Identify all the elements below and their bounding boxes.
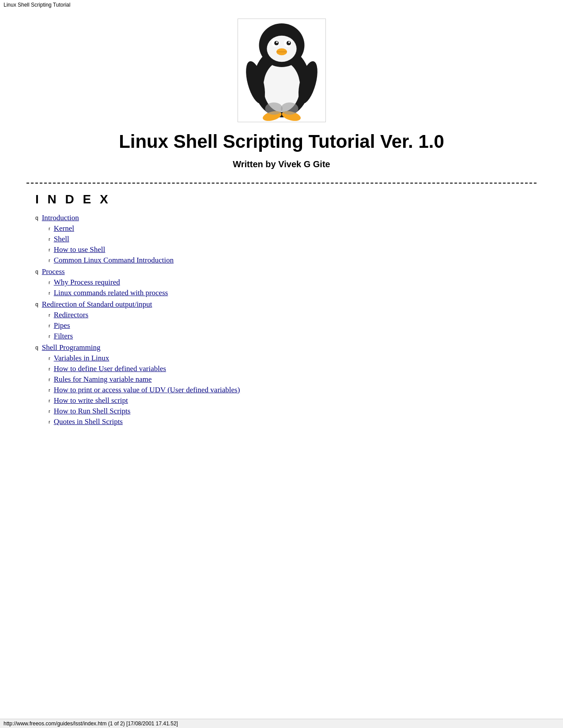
- toc-section-0: qIntroduction: [35, 214, 537, 222]
- toc-link-section-0[interactable]: Introduction: [42, 214, 79, 222]
- toc-link-3-3[interactable]: How to print or access value of UDV (Use…: [54, 386, 240, 394]
- toc-link-section-1[interactable]: Process: [42, 267, 65, 276]
- toc-sub-item-1-0: rWhy Process required: [49, 278, 537, 287]
- svg-point-16: [265, 102, 283, 115]
- toc-link-0-1[interactable]: Shell: [54, 235, 69, 244]
- toc-section-1: qProcess: [35, 267, 537, 276]
- bullet-icon: q: [35, 215, 38, 221]
- toc-sub-list-0: rKernelrShellrHow to use ShellrCommon Li…: [49, 224, 537, 265]
- toc-sub-item-3-5: rHow to Run Shell Scripts: [49, 407, 537, 416]
- toc-sub-item-2-1: rPipes: [49, 321, 537, 330]
- toc-sub-list-1: rWhy Process requiredrLinux commands rel…: [49, 278, 537, 297]
- toc-section-2: qRedirection of Standard output/input: [35, 300, 537, 309]
- toc-sub-item-3-1: rHow to define User defined variables: [49, 364, 537, 373]
- toc-sub-item-2-2: rFilters: [49, 332, 537, 341]
- svg-point-8: [276, 41, 278, 43]
- svg-point-9: [288, 41, 290, 43]
- toc-sub-item-0-3: rCommon Linux Command Introduction: [49, 256, 537, 265]
- toc-sub-item-3-3: rHow to print or access value of UDV (Us…: [49, 386, 537, 394]
- sub-bullet-icon: r: [49, 247, 50, 252]
- toc-link-2-2[interactable]: Filters: [54, 332, 73, 341]
- toc-link-1-1[interactable]: Linux commands related with process: [54, 289, 168, 297]
- toc-sub-list-2: rRedirectorsrPipesrFilters: [49, 311, 537, 341]
- toc-link-section-3[interactable]: Shell Programming: [42, 343, 101, 352]
- divider: [26, 183, 537, 184]
- sub-bullet-icon: r: [49, 226, 50, 231]
- toc-link-section-2[interactable]: Redirection of Standard output/input: [42, 300, 152, 309]
- tux-image: [26, 19, 537, 122]
- bullet-icon: q: [35, 345, 38, 351]
- toc-link-3-1[interactable]: How to define User defined variables: [54, 364, 166, 373]
- toc-sub-item-3-6: rQuotes in Shell Scripts: [49, 417, 537, 426]
- toc-link-0-0[interactable]: Kernel: [54, 224, 74, 233]
- toc-link-0-2[interactable]: How to use Shell: [54, 245, 106, 254]
- sub-bullet-icon: r: [49, 387, 50, 393]
- toc-sub-item-1-1: rLinux commands related with process: [49, 289, 537, 297]
- sub-bullet-icon: r: [49, 258, 50, 263]
- sub-bullet-icon: r: [49, 356, 50, 361]
- main-title: Linux Shell Scripting Tutorial Ver. 1.0: [26, 131, 537, 152]
- sub-bullet-icon: r: [49, 312, 50, 318]
- browser-title: Linux Shell Scripting Tutorial: [0, 0, 563, 10]
- toc-list: qIntroductionrKernelrShellrHow to use Sh…: [35, 214, 537, 426]
- sub-bullet-icon: r: [49, 366, 50, 372]
- toc-sub-item-3-0: rVariables in Linux: [49, 354, 537, 363]
- sub-bullet-icon: r: [49, 280, 50, 285]
- toc-sub-item-2-0: rRedirectors: [49, 311, 537, 319]
- toc-sub-list-3: rVariables in LinuxrHow to define User d…: [49, 354, 537, 426]
- toc-link-3-6[interactable]: Quotes in Shell Scripts: [54, 417, 123, 426]
- sub-bullet-icon: r: [49, 398, 50, 403]
- sub-bullet-icon: r: [49, 290, 50, 296]
- toc-link-2-1[interactable]: Pipes: [54, 321, 70, 330]
- toc-link-3-5[interactable]: How to Run Shell Scripts: [54, 407, 131, 416]
- toc-link-2-0[interactable]: Redirectors: [54, 311, 88, 319]
- sub-bullet-icon: r: [49, 419, 50, 424]
- toc-sub-item-0-1: rShell: [49, 235, 537, 244]
- sub-bullet-icon: r: [49, 323, 50, 328]
- toc-section-3: qShell Programming: [35, 343, 537, 352]
- toc-link-1-0[interactable]: Why Process required: [54, 278, 120, 287]
- subtitle: Written by Vivek G Gite: [26, 159, 537, 169]
- sub-bullet-icon: r: [49, 409, 50, 414]
- toc-link-3-0[interactable]: Variables in Linux: [54, 354, 110, 363]
- sub-bullet-icon: r: [49, 377, 50, 382]
- sub-bullet-icon: r: [49, 334, 50, 339]
- toc-sub-item-3-2: rRules for Naming variable name: [49, 375, 537, 384]
- toc-link-0-3[interactable]: Common Linux Command Introduction: [54, 256, 174, 265]
- toc-link-3-2[interactable]: Rules for Naming variable name: [54, 375, 152, 384]
- toc-sub-item-0-0: rKernel: [49, 224, 537, 233]
- toc-link-3-4[interactable]: How to write shell script: [54, 396, 128, 405]
- bullet-icon: q: [35, 269, 38, 275]
- toc-sub-item-3-4: rHow to write shell script: [49, 396, 537, 405]
- index-title: I N D E X: [35, 192, 537, 206]
- status-bar: http://www.freeos.com/guides/lsst/index.…: [0, 719, 563, 728]
- bullet-icon: q: [35, 301, 38, 308]
- svg-point-17: [281, 102, 299, 115]
- toc-sub-item-0-2: rHow to use Shell: [49, 245, 537, 254]
- sub-bullet-icon: r: [49, 236, 50, 242]
